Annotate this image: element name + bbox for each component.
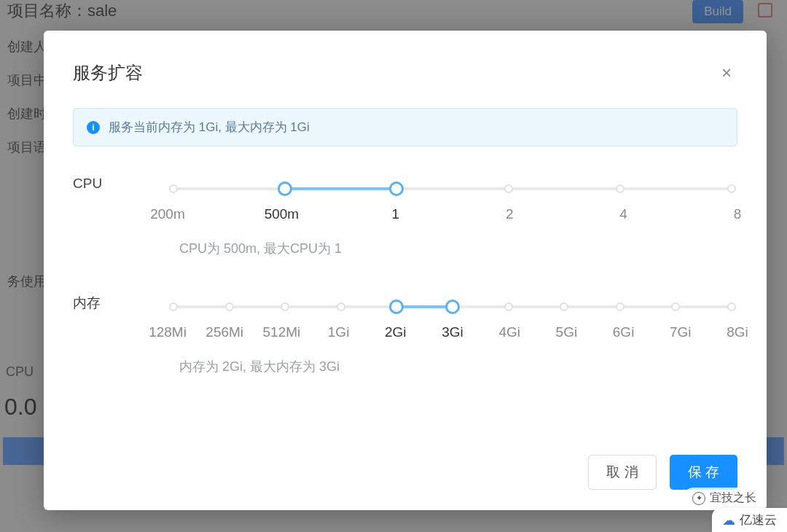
watermark-brand: ☁ 亿速云 bbox=[712, 508, 787, 532]
slider-tick bbox=[671, 302, 680, 311]
modal-header: 服务扩容 × bbox=[73, 60, 737, 86]
slider-tick bbox=[281, 302, 289, 311]
slider-tick bbox=[616, 302, 624, 311]
cloud-icon: ☁ bbox=[722, 512, 735, 528]
tick-label: 256Mi bbox=[205, 324, 243, 340]
info-banner: i 服务当前内存为 1Gi, 最大内存为 1Gi bbox=[73, 108, 737, 146]
tick-label: 2 bbox=[506, 206, 514, 222]
cpu-tick-labels: 200m500m1248 bbox=[168, 206, 737, 227]
watermark-wechat: ✦ 宜技之长 bbox=[684, 488, 765, 509]
slider-tick bbox=[225, 302, 234, 311]
watermark-text: 宜技之长 bbox=[710, 490, 756, 506]
slider-fill bbox=[285, 187, 396, 190]
scale-modal: 服务扩容 × i 服务当前内存为 1Gi, 最大内存为 1Gi CPU 200m… bbox=[44, 31, 767, 510]
modal-footer: 取 消 保 存 bbox=[73, 455, 737, 490]
slider-handle[interactable] bbox=[389, 181, 404, 196]
cpu-track bbox=[173, 187, 732, 190]
slider-handle[interactable] bbox=[445, 300, 460, 314]
wechat-icon: ✦ bbox=[692, 492, 705, 505]
tick-label: 6Gi bbox=[613, 324, 635, 340]
tick-label: 128Mi bbox=[149, 324, 187, 340]
tick-label: 4 bbox=[619, 206, 627, 222]
memory-helper: 内存为 2Gi, 最大内存为 3Gi bbox=[179, 358, 737, 375]
slider-handle[interactable] bbox=[278, 181, 292, 196]
slider-tick bbox=[560, 302, 568, 311]
watermark-brand-text: 亿速云 bbox=[740, 512, 777, 528]
slider-fill bbox=[396, 305, 453, 308]
cancel-button[interactable]: 取 消 bbox=[588, 455, 656, 490]
slider-handle[interactable] bbox=[389, 300, 404, 314]
slider-tick bbox=[169, 184, 178, 193]
tick-label: 200m bbox=[150, 206, 185, 222]
tick-label: 2Gi bbox=[385, 324, 407, 340]
tick-label: 8Gi bbox=[727, 324, 748, 340]
tick-label: 3Gi bbox=[442, 324, 463, 340]
cpu-slider[interactable] bbox=[173, 180, 732, 197]
slider-tick bbox=[337, 302, 345, 311]
slider-tick bbox=[616, 184, 624, 193]
memory-section: 内存 128Mi256Mi512Mi1Gi2Gi3Gi4Gi5Gi6Gi7Gi8… bbox=[73, 294, 737, 375]
tick-label: 512Mi bbox=[263, 324, 301, 340]
save-button[interactable]: 保 存 bbox=[670, 455, 737, 490]
slider-tick bbox=[169, 302, 178, 311]
info-text: 服务当前内存为 1Gi, 最大内存为 1Gi bbox=[109, 119, 310, 136]
modal-title: 服务扩容 bbox=[73, 61, 143, 85]
slider-tick bbox=[727, 184, 736, 193]
tick-label: 1 bbox=[392, 206, 400, 222]
memory-tick-labels: 128Mi256Mi512Mi1Gi2Gi3Gi4Gi5Gi6Gi7Gi8Gi bbox=[168, 324, 737, 345]
tick-label: 5Gi bbox=[556, 324, 578, 340]
slider-tick bbox=[504, 184, 513, 193]
close-button[interactable]: × bbox=[716, 60, 737, 86]
tick-label: 500m bbox=[265, 206, 299, 222]
tick-label: 1Gi bbox=[328, 324, 350, 340]
slider-tick bbox=[727, 302, 736, 311]
info-icon: i bbox=[87, 121, 100, 134]
memory-slider[interactable] bbox=[173, 298, 732, 316]
tick-label: 4Gi bbox=[498, 324, 520, 340]
tick-label: 8 bbox=[734, 206, 742, 222]
tick-label: 7Gi bbox=[670, 324, 692, 340]
cpu-section: CPU 200m500m1248 CPU为 500m, 最大CPU为 1 bbox=[73, 176, 737, 257]
slider-tick bbox=[504, 302, 513, 311]
cpu-helper: CPU为 500m, 最大CPU为 1 bbox=[179, 240, 737, 257]
